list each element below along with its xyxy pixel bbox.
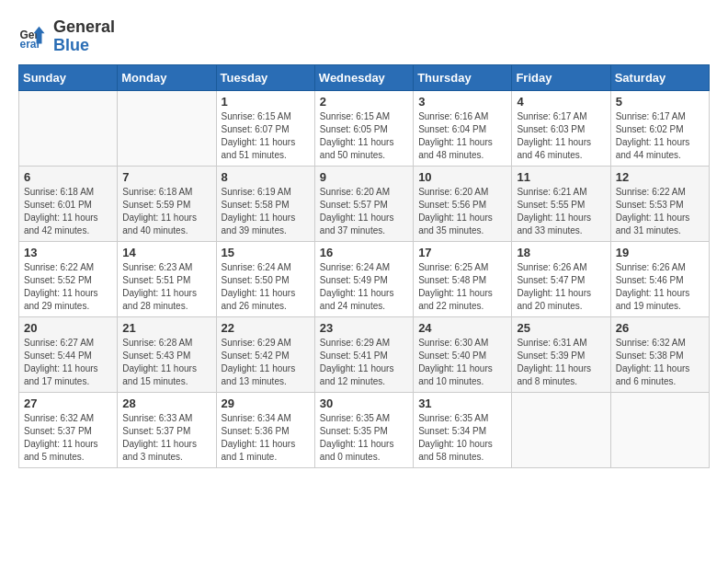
day-info: Sunrise: 6:19 AMSunset: 5:58 PMDaylight:… bbox=[222, 186, 310, 237]
calendar-table: SundayMondayTuesdayWednesdayThursdayFrid… bbox=[18, 64, 710, 468]
weekday-header-tuesday: Tuesday bbox=[216, 64, 314, 90]
calendar-cell: 6Sunrise: 6:18 AMSunset: 6:01 PMDaylight… bbox=[19, 166, 118, 241]
day-number: 1 bbox=[222, 95, 310, 109]
day-number: 12 bbox=[616, 170, 704, 184]
weekday-header-sunday: Sunday bbox=[19, 64, 118, 90]
day-number: 23 bbox=[320, 321, 408, 335]
calendar-cell: 21Sunrise: 6:28 AMSunset: 5:43 PMDayligh… bbox=[118, 316, 216, 392]
weekday-header-monday: Monday bbox=[118, 64, 216, 90]
day-info: Sunrise: 6:22 AMSunset: 5:53 PMDaylight:… bbox=[616, 186, 704, 237]
day-info: Sunrise: 6:25 AMSunset: 5:48 PMDaylight:… bbox=[418, 261, 506, 313]
calendar-cell: 20Sunrise: 6:27 AMSunset: 5:44 PMDayligh… bbox=[19, 316, 118, 392]
day-info: Sunrise: 6:18 AMSunset: 6:01 PMDaylight:… bbox=[24, 186, 112, 237]
calendar-cell: 19Sunrise: 6:26 AMSunset: 5:46 PMDayligh… bbox=[610, 241, 709, 316]
calendar-cell: 23Sunrise: 6:29 AMSunset: 5:41 PMDayligh… bbox=[314, 316, 413, 392]
calendar-week-row: 20Sunrise: 6:27 AMSunset: 5:44 PMDayligh… bbox=[19, 316, 710, 392]
calendar-cell: 15Sunrise: 6:24 AMSunset: 5:50 PMDayligh… bbox=[216, 241, 314, 316]
day-number: 11 bbox=[517, 170, 605, 184]
logo-text-general: General bbox=[53, 18, 115, 37]
day-info: Sunrise: 6:24 AMSunset: 5:50 PMDaylight:… bbox=[222, 261, 310, 313]
day-number: 28 bbox=[122, 396, 210, 410]
day-number: 9 bbox=[320, 170, 408, 184]
calendar-cell: 3Sunrise: 6:16 AMSunset: 6:04 PMDaylight… bbox=[414, 90, 512, 166]
day-number: 16 bbox=[320, 246, 408, 259]
logo-text-blue: Blue bbox=[53, 37, 115, 55]
weekday-header-wednesday: Wednesday bbox=[314, 64, 413, 90]
day-info: Sunrise: 6:30 AMSunset: 5:40 PMDaylight:… bbox=[418, 337, 506, 388]
calendar-cell: 9Sunrise: 6:20 AMSunset: 5:57 PMDaylight… bbox=[314, 166, 413, 241]
calendar-cell: 26Sunrise: 6:32 AMSunset: 5:38 PMDayligh… bbox=[610, 316, 709, 392]
weekday-header-thursday: Thursday bbox=[414, 64, 512, 90]
calendar-cell: 22Sunrise: 6:29 AMSunset: 5:42 PMDayligh… bbox=[216, 316, 314, 392]
calendar-cell bbox=[19, 90, 118, 166]
day-number: 24 bbox=[418, 321, 506, 335]
day-info: Sunrise: 6:21 AMSunset: 5:55 PMDaylight:… bbox=[517, 186, 605, 237]
day-number: 25 bbox=[517, 321, 605, 335]
calendar-cell: 11Sunrise: 6:21 AMSunset: 5:55 PMDayligh… bbox=[512, 166, 610, 241]
calendar-cell: 1Sunrise: 6:15 AMSunset: 6:07 PMDaylight… bbox=[216, 90, 314, 166]
day-info: Sunrise: 6:22 AMSunset: 5:52 PMDaylight:… bbox=[24, 261, 112, 313]
day-info: Sunrise: 6:34 AMSunset: 5:36 PMDaylight:… bbox=[222, 412, 310, 464]
day-number: 5 bbox=[616, 95, 704, 109]
day-info: Sunrise: 6:35 AMSunset: 5:34 PMDaylight:… bbox=[418, 412, 506, 464]
day-info: Sunrise: 6:32 AMSunset: 5:37 PMDaylight:… bbox=[24, 412, 112, 464]
calendar-cell: 30Sunrise: 6:35 AMSunset: 5:35 PMDayligh… bbox=[314, 392, 413, 467]
day-info: Sunrise: 6:29 AMSunset: 5:42 PMDaylight:… bbox=[222, 337, 310, 388]
day-info: Sunrise: 6:23 AMSunset: 5:51 PMDaylight:… bbox=[122, 261, 210, 313]
calendar-cell bbox=[118, 90, 216, 166]
calendar-cell bbox=[610, 392, 709, 467]
calendar-cell: 13Sunrise: 6:22 AMSunset: 5:52 PMDayligh… bbox=[19, 241, 118, 316]
day-number: 18 bbox=[517, 246, 605, 259]
day-info: Sunrise: 6:17 AMSunset: 6:03 PMDaylight:… bbox=[517, 110, 605, 162]
day-number: 22 bbox=[222, 321, 310, 335]
calendar-cell: 12Sunrise: 6:22 AMSunset: 5:53 PMDayligh… bbox=[610, 166, 709, 241]
calendar-cell: 17Sunrise: 6:25 AMSunset: 5:48 PMDayligh… bbox=[414, 241, 512, 316]
weekday-header-saturday: Saturday bbox=[610, 64, 709, 90]
calendar-cell: 8Sunrise: 6:19 AMSunset: 5:58 PMDaylight… bbox=[216, 166, 314, 241]
weekday-header-row: SundayMondayTuesdayWednesdayThursdayFrid… bbox=[19, 64, 710, 90]
day-number: 30 bbox=[320, 396, 408, 410]
calendar-cell: 10Sunrise: 6:20 AMSunset: 5:56 PMDayligh… bbox=[414, 166, 512, 241]
day-number: 21 bbox=[122, 321, 210, 335]
day-number: 17 bbox=[418, 246, 506, 259]
day-number: 8 bbox=[222, 170, 310, 184]
day-info: Sunrise: 6:33 AMSunset: 5:37 PMDaylight:… bbox=[122, 412, 210, 464]
logo-icon: Gen eral bbox=[18, 23, 46, 51]
calendar-cell: 18Sunrise: 6:26 AMSunset: 5:47 PMDayligh… bbox=[512, 241, 610, 316]
day-info: Sunrise: 6:16 AMSunset: 6:04 PMDaylight:… bbox=[418, 110, 506, 162]
day-number: 29 bbox=[222, 396, 310, 410]
weekday-header-friday: Friday bbox=[512, 64, 610, 90]
day-number: 20 bbox=[24, 321, 112, 335]
day-number: 27 bbox=[24, 396, 112, 410]
day-info: Sunrise: 6:27 AMSunset: 5:44 PMDaylight:… bbox=[24, 337, 112, 388]
calendar-cell: 24Sunrise: 6:30 AMSunset: 5:40 PMDayligh… bbox=[414, 316, 512, 392]
day-info: Sunrise: 6:20 AMSunset: 5:57 PMDaylight:… bbox=[320, 186, 408, 237]
calendar-cell: 27Sunrise: 6:32 AMSunset: 5:37 PMDayligh… bbox=[19, 392, 118, 467]
calendar-cell: 16Sunrise: 6:24 AMSunset: 5:49 PMDayligh… bbox=[314, 241, 413, 316]
day-info: Sunrise: 6:35 AMSunset: 5:35 PMDaylight:… bbox=[320, 412, 408, 464]
day-info: Sunrise: 6:28 AMSunset: 5:43 PMDaylight:… bbox=[122, 337, 210, 388]
calendar-cell bbox=[512, 392, 610, 467]
calendar-cell: 7Sunrise: 6:18 AMSunset: 5:59 PMDaylight… bbox=[118, 166, 216, 241]
day-number: 2 bbox=[320, 95, 408, 109]
day-number: 13 bbox=[24, 246, 112, 259]
calendar-cell: 5Sunrise: 6:17 AMSunset: 6:02 PMDaylight… bbox=[610, 90, 709, 166]
logo: Gen eral General Blue bbox=[18, 18, 115, 55]
day-info: Sunrise: 6:15 AMSunset: 6:05 PMDaylight:… bbox=[320, 110, 408, 162]
day-number: 6 bbox=[24, 170, 112, 184]
day-info: Sunrise: 6:32 AMSunset: 5:38 PMDaylight:… bbox=[616, 337, 704, 388]
calendar-cell: 4Sunrise: 6:17 AMSunset: 6:03 PMDaylight… bbox=[512, 90, 610, 166]
calendar-cell: 28Sunrise: 6:33 AMSunset: 5:37 PMDayligh… bbox=[118, 392, 216, 467]
day-number: 19 bbox=[616, 246, 704, 259]
day-number: 4 bbox=[517, 95, 605, 109]
calendar-cell: 14Sunrise: 6:23 AMSunset: 5:51 PMDayligh… bbox=[118, 241, 216, 316]
day-number: 7 bbox=[122, 170, 210, 184]
calendar-week-row: 13Sunrise: 6:22 AMSunset: 5:52 PMDayligh… bbox=[19, 241, 710, 316]
calendar-cell: 29Sunrise: 6:34 AMSunset: 5:36 PMDayligh… bbox=[216, 392, 314, 467]
page-header: Gen eral General Blue bbox=[18, 18, 710, 55]
day-info: Sunrise: 6:18 AMSunset: 5:59 PMDaylight:… bbox=[122, 186, 210, 237]
day-info: Sunrise: 6:26 AMSunset: 5:47 PMDaylight:… bbox=[517, 261, 605, 313]
day-info: Sunrise: 6:29 AMSunset: 5:41 PMDaylight:… bbox=[320, 337, 408, 388]
calendar-week-row: 27Sunrise: 6:32 AMSunset: 5:37 PMDayligh… bbox=[19, 392, 710, 467]
calendar-cell: 2Sunrise: 6:15 AMSunset: 6:05 PMDaylight… bbox=[314, 90, 413, 166]
